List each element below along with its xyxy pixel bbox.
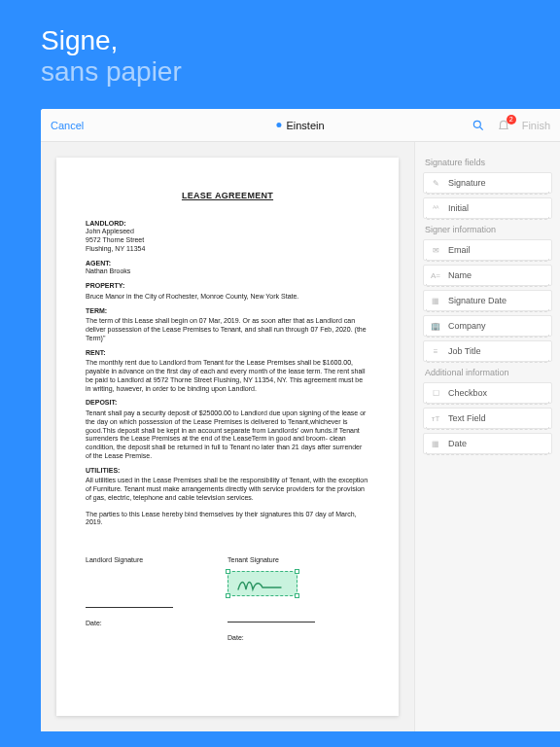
doc-heading: LEASE AGREEMENT [86, 191, 369, 201]
toolbar: Cancel Einstein 2 Finish [41, 109, 560, 142]
property-text: Bruce Manor in the City of Rochester, Mo… [86, 293, 369, 302]
term-label: TERM: [86, 307, 369, 316]
date-icon: ▦ [430, 438, 441, 449]
field-label: Text Field [448, 413, 486, 423]
field-label: Signature [448, 178, 486, 188]
signature-icon: ✎ [430, 177, 441, 189]
hero-heading: Signe,sans papier [0, 0, 560, 109]
field-label: Job Title [448, 346, 481, 356]
search-icon[interactable] [472, 119, 485, 132]
rent-label: RENT: [86, 349, 369, 358]
field-jobtitle[interactable]: ≡Job Title [423, 340, 552, 362]
jobtitle-icon: ≡ [430, 345, 441, 357]
unsaved-dot-icon [276, 123, 281, 127]
landlord-sig-label: Landlord Signature [86, 556, 228, 565]
landlord-label: LANDLORD: [86, 220, 369, 229]
agent-name: Nathan Brooks [86, 267, 369, 276]
app-window: Cancel Einstein 2 Finish LEASE AGREEMENT… [41, 109, 560, 731]
hero-line1: Signe, [41, 25, 118, 55]
field-sigdate[interactable]: ▦Signature Date [423, 290, 552, 311]
textfield-icon: тT [430, 412, 441, 424]
field-label: Date [448, 439, 467, 448]
utilities-label: UTILITIES: [86, 467, 369, 476]
field-signature[interactable]: ✎Signature [423, 172, 552, 194]
finish-button[interactable]: Finish [522, 120, 550, 131]
svg-point-0 [473, 121, 480, 127]
field-date[interactable]: ▦Date [423, 433, 552, 454]
field-label: Initial [448, 203, 469, 213]
signature-placeholder[interactable] [228, 571, 298, 596]
closing-text: The parties to this Lease hereby bind th… [86, 511, 369, 528]
hero-line2: sans papier [41, 56, 182, 87]
agent-label: AGENT: [86, 260, 369, 268]
doc-title-text: Einstein [286, 120, 324, 131]
landlord-date-label: Date: [86, 620, 228, 628]
field-label: Company [448, 321, 486, 331]
landlord-addr2: Flushing, NY 11354 [86, 245, 369, 254]
fields-sidebar: Signature fields ✎Signature ᴬᴬInitial Si… [414, 142, 560, 731]
tenant-sig-line [228, 605, 315, 622]
field-checkbox[interactable]: ☐Checkbox [423, 382, 552, 404]
notification-badge: 2 [507, 115, 516, 124]
document-canvas[interactable]: LEASE AGREEMENT LANDLORD: John Appleseed… [41, 142, 414, 731]
doc-title: Einstein [276, 120, 324, 131]
tenant-sig-label: Tenant Signature [228, 556, 369, 565]
section-signer: Signer information [425, 225, 552, 234]
section-additional: Additional information [425, 368, 552, 377]
rent-text: The monthly rent due to Landlord from Te… [86, 359, 369, 393]
name-icon: A= [430, 269, 441, 281]
landlord-addr1: 9572 Thorne Street [86, 236, 369, 245]
svg-line-1 [479, 127, 482, 130]
field-label: Email [448, 245, 471, 255]
field-name[interactable]: A=Name [423, 265, 552, 286]
section-sigfields: Signature fields [425, 158, 552, 167]
field-label: Name [448, 270, 472, 280]
property-label: PROPERTY: [86, 282, 369, 291]
initial-icon: ᴬᴬ [430, 202, 441, 214]
cancel-button[interactable]: Cancel [51, 120, 84, 131]
landlord-sig-line [86, 590, 173, 608]
term-text: The term of this Lease shall begin on 07… [86, 317, 369, 342]
deposit-text: Tenant shall pay a security deposit of $… [86, 409, 369, 461]
field-initial[interactable]: ᴬᴬInitial [423, 197, 552, 219]
field-email[interactable]: ✉Email [423, 239, 552, 261]
field-label: Signature Date [448, 296, 507, 305]
tenant-date-label: Date: [228, 634, 369, 643]
company-icon: 🏢 [430, 320, 441, 332]
landlord-name: John Appleseed [86, 228, 369, 236]
document-page: LEASE AGREEMENT LANDLORD: John Appleseed… [56, 158, 399, 716]
utilities-text: All utilities used in the Lease Premises… [86, 477, 369, 502]
field-company[interactable]: 🏢Company [423, 315, 552, 337]
checkbox-icon: ☐ [430, 387, 441, 399]
field-label: Checkbox [448, 388, 487, 398]
deposit-label: DEPOSIT: [86, 399, 369, 408]
field-textfield[interactable]: тTText Field [423, 408, 552, 429]
notification-icon[interactable]: 2 [497, 119, 510, 132]
email-icon: ✉ [430, 244, 441, 256]
calendar-icon: ▦ [430, 295, 441, 306]
